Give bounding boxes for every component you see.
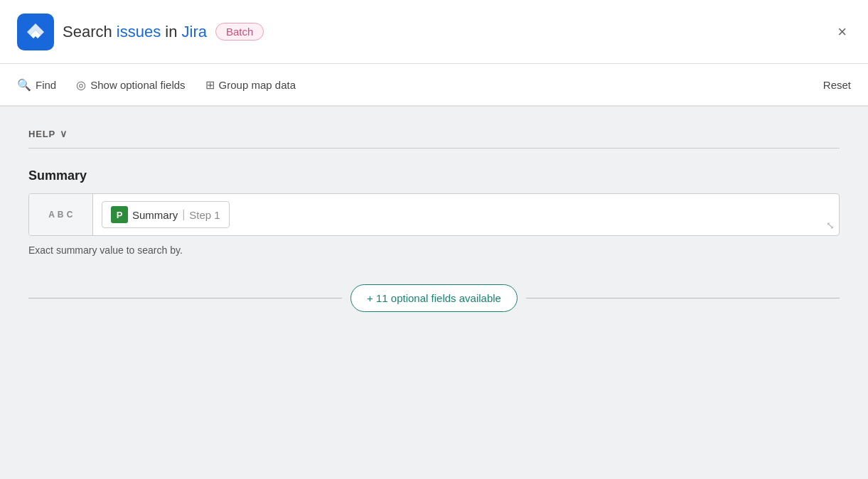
header: Search issues in Jira Batch × — [0, 0, 868, 64]
summary-heading: Summary — [28, 168, 840, 183]
optional-fields-container: + 11 optional fields available — [28, 284, 840, 312]
chip-step-text: Step 1 — [189, 209, 220, 221]
group-map-button[interactable]: ⊞ Group map data — [205, 78, 296, 92]
chevron-down-icon: ∨ — [60, 128, 68, 139]
reset-button[interactable]: Reset — [823, 79, 851, 91]
chip-summary-text: Summary — [132, 209, 178, 221]
title-middle: in — [161, 23, 181, 41]
summary-input-container: A B C P Summary | Step 1 ⤡ — [28, 193, 840, 236]
issues-link[interactable]: issues — [117, 23, 161, 41]
p-icon: P — [111, 206, 128, 223]
reset-label: Reset — [823, 79, 851, 91]
eye-icon: ◎ — [76, 78, 86, 92]
chip-separator: | — [182, 208, 185, 221]
group-map-label: Group map data — [219, 79, 296, 91]
summary-chip: P Summary | Step 1 — [102, 201, 230, 228]
group-icon: ⊞ — [205, 78, 215, 92]
find-label: Find — [36, 79, 56, 91]
find-button[interactable]: 🔍 Find — [17, 78, 56, 92]
app-logo — [17, 14, 54, 50]
main-content: HELP ∨ Summary A B C P Summary | Step 1 … — [0, 107, 868, 479]
summary-section: Summary A B C P Summary | Step 1 ⤡ Exact… — [28, 168, 840, 312]
abc-panel: A B C — [29, 194, 93, 235]
abc-label: A B C — [48, 210, 73, 220]
show-optional-fields-button[interactable]: ◎ Show optional fields — [76, 78, 185, 92]
help-label: HELP — [28, 129, 55, 139]
header-title: Search issues in Jira — [63, 23, 207, 41]
close-button[interactable]: × — [833, 18, 851, 45]
batch-badge: Batch — [215, 23, 264, 41]
textarea-right-panel[interactable]: P Summary | Step 1 ⤡ — [93, 194, 839, 235]
optional-fields-line-left — [28, 298, 342, 298]
help-divider — [28, 148, 840, 149]
search-icon: 🔍 — [17, 78, 31, 92]
jira-link[interactable]: Jira — [182, 23, 207, 41]
help-toggle-button[interactable]: HELP ∨ — [28, 128, 68, 148]
help-section: HELP ∨ — [28, 128, 840, 149]
close-icon: × — [837, 23, 847, 41]
resize-handle-icon[interactable]: ⤡ — [826, 220, 835, 231]
toolbar: 🔍 Find ◎ Show optional fields ⊞ Group ma… — [0, 64, 868, 107]
title-prefix: Search — [63, 23, 117, 41]
toolbar-left: 🔍 Find ◎ Show optional fields ⊞ Group ma… — [17, 78, 296, 92]
optional-fields-line-right — [526, 298, 840, 298]
show-optional-label: Show optional fields — [90, 79, 185, 91]
header-left: Search issues in Jira Batch — [17, 14, 264, 50]
summary-help-text: Exact summary value to search by. — [28, 244, 840, 256]
optional-fields-button[interactable]: + 11 optional fields available — [350, 284, 518, 312]
